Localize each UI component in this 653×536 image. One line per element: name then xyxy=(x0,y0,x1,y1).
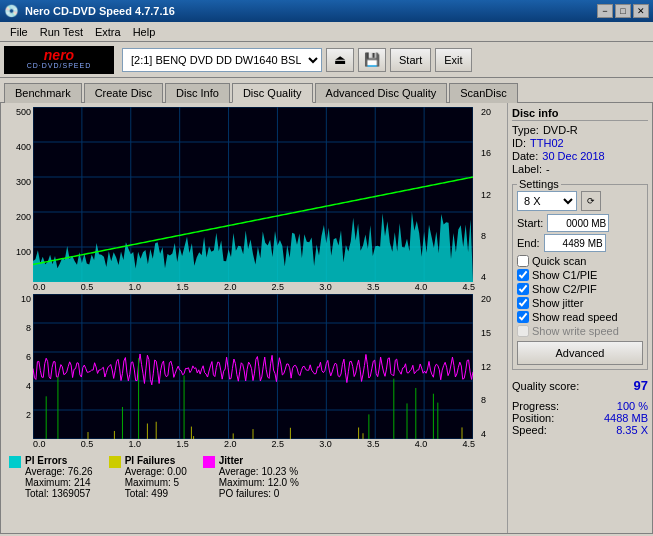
tab-disc-info[interactable]: Disc Info xyxy=(165,83,230,103)
show-read-speed-label: Show read speed xyxy=(532,311,618,323)
maximize-button[interactable]: □ xyxy=(615,4,631,18)
start-mb-row: Start: xyxy=(517,214,643,232)
show-jitter-checkbox[interactable] xyxy=(517,297,529,309)
tab-scandisc[interactable]: ScanDisc xyxy=(449,83,517,103)
exit-button[interactable]: Exit xyxy=(435,48,471,72)
minimize-button[interactable]: − xyxy=(597,4,613,18)
bottom-y-left-axis: 10 8 6 4 2 xyxy=(7,294,31,439)
menu-help[interactable]: Help xyxy=(127,24,162,40)
tab-advanced-disc-quality[interactable]: Advanced Disc Quality xyxy=(315,83,448,103)
progress-section: Progress: 100 % Position: 4488 MB Speed:… xyxy=(512,400,648,436)
quick-scan-row: Quick scan xyxy=(517,255,643,267)
save-icon-button[interactable]: 💾 xyxy=(358,48,386,72)
disc-date-value: 30 Dec 2018 xyxy=(542,150,604,162)
disc-type-row: Type: DVD-R xyxy=(512,124,648,136)
pi-errors-total-label: Total: xyxy=(25,488,49,499)
top-x-axis: 0.0 0.5 1.0 1.5 2.0 2.5 3.0 3.5 4.0 4.5 xyxy=(5,282,503,292)
eject-icon-button[interactable]: ⏏ xyxy=(326,48,354,72)
show-write-speed-checkbox[interactable] xyxy=(517,325,529,337)
tab-bar: Benchmark Create Disc Disc Info Disc Qua… xyxy=(0,78,653,102)
position-row: Position: 4488 MB xyxy=(512,412,648,424)
legend-pi-errors: PI Errors Average: 76.26 Maximum: 214 To… xyxy=(9,455,93,499)
disc-info-section: Disc info Type: DVD-R ID: TTH02 Date: 30… xyxy=(512,107,648,176)
settings-title: Settings xyxy=(517,178,561,190)
quality-score-value: 97 xyxy=(634,378,648,393)
menu-file[interactable]: File xyxy=(4,24,34,40)
speed-value: 8.35 X xyxy=(616,424,648,436)
window-controls: − □ ✕ xyxy=(597,4,649,18)
quality-score-label: Quality score: xyxy=(512,380,579,392)
advanced-button[interactable]: Advanced xyxy=(517,341,643,365)
show-write-speed-row: Show write speed xyxy=(517,325,643,337)
disc-date-row: Date: 30 Dec 2018 xyxy=(512,150,648,162)
speed-row-2: Speed: 8.35 X xyxy=(512,424,648,436)
show-read-speed-row: Show read speed xyxy=(517,311,643,323)
chart-legend: PI Errors Average: 76.26 Maximum: 214 To… xyxy=(5,453,503,501)
right-panel: Disc info Type: DVD-R ID: TTH02 Date: 30… xyxy=(507,103,652,533)
jitter-label: Jitter xyxy=(219,455,299,466)
end-mb-label: End: xyxy=(517,237,540,249)
start-button[interactable]: Start xyxy=(390,48,431,72)
position-value: 4488 MB xyxy=(604,412,648,424)
quality-score-row: Quality score: 97 xyxy=(512,378,648,393)
bottom-chart-canvas xyxy=(33,294,473,439)
progress-row: Progress: 100 % xyxy=(512,400,648,412)
show-c2pif-row: Show C2/PIF xyxy=(517,283,643,295)
settings-icon-btn[interactable]: ⟳ xyxy=(581,191,601,211)
tab-benchmark[interactable]: Benchmark xyxy=(4,83,82,103)
bottom-chart-wrapper: 10 8 6 4 2 20 15 12 8 4 xyxy=(33,294,479,439)
show-c2pif-checkbox[interactable] xyxy=(517,283,529,295)
disc-id-label: ID: xyxy=(512,137,526,149)
title-bar: 💿 Nero CD-DVD Speed 4.7.7.16 − □ ✕ xyxy=(0,0,653,22)
speed-label: Speed: xyxy=(512,424,547,436)
bottom-x-axis: 0.0 0.5 1.0 1.5 2.0 2.5 3.0 3.5 4.0 4.5 xyxy=(5,439,503,449)
disc-date-label: Date: xyxy=(512,150,538,162)
pi-failures-color xyxy=(109,456,121,468)
top-y-left-axis: 500 400 300 200 100 xyxy=(7,107,31,282)
drive-selector[interactable]: [2:1] BENQ DVD DD DW1640 BSLB xyxy=(122,48,322,72)
disc-label-value: - xyxy=(546,163,550,175)
show-read-speed-checkbox[interactable] xyxy=(517,311,529,323)
menu-extra[interactable]: Extra xyxy=(89,24,127,40)
pi-errors-label: PI Errors xyxy=(25,455,93,466)
position-label: Position: xyxy=(512,412,554,424)
disc-type-label: Type: xyxy=(512,124,539,136)
top-chart-wrapper: 500 400 300 200 100 20 16 12 8 4 xyxy=(33,107,479,282)
pi-errors-avg-label: Average: xyxy=(25,466,65,477)
menu-run-test[interactable]: Run Test xyxy=(34,24,89,40)
close-button[interactable]: ✕ xyxy=(633,4,649,18)
end-mb-input[interactable] xyxy=(544,234,606,252)
pi-errors-avg-value: 76.26 xyxy=(68,466,93,477)
app-title: Nero CD-DVD Speed 4.7.7.16 xyxy=(25,5,175,17)
progress-value: 100 % xyxy=(617,400,648,412)
menu-bar: File Run Test Extra Help xyxy=(0,22,653,42)
disc-id-value: TTH02 xyxy=(530,137,564,149)
disc-id-row: ID: TTH02 xyxy=(512,137,648,149)
show-write-speed-label: Show write speed xyxy=(532,325,619,337)
legend-jitter: Jitter Average: 10.23 % Maximum: 12.0 % … xyxy=(203,455,299,499)
settings-section: Settings 8 X ⟳ Start: End: Quick scan xyxy=(512,184,648,370)
show-c1pie-row: Show C1/PIE xyxy=(517,269,643,281)
show-jitter-label: Show jitter xyxy=(532,297,583,309)
pi-failures-label: PI Failures xyxy=(125,455,187,466)
quick-scan-label: Quick scan xyxy=(532,255,586,267)
speed-selector[interactable]: 8 X xyxy=(517,191,577,211)
chart-area: 500 400 300 200 100 20 16 12 8 4 0.0 0.5… xyxy=(1,103,507,533)
show-jitter-row: Show jitter xyxy=(517,297,643,309)
tab-disc-quality[interactable]: Disc Quality xyxy=(232,83,313,103)
jitter-color xyxy=(203,456,215,468)
quick-scan-checkbox[interactable] xyxy=(517,255,529,267)
start-mb-input[interactable] xyxy=(547,214,609,232)
tab-create-disc[interactable]: Create Disc xyxy=(84,83,163,103)
top-y-right-axis: 20 16 12 8 4 xyxy=(481,107,501,282)
pi-errors-max-value: 214 xyxy=(74,477,91,488)
disc-label-row: Label: - xyxy=(512,163,648,175)
pi-errors-color xyxy=(9,456,21,468)
toolbar: nero CD·DVD/SPEED [2:1] BENQ DVD DD DW16… xyxy=(0,42,653,78)
disc-info-title: Disc info xyxy=(512,107,648,121)
disc-type-value: DVD-R xyxy=(543,124,578,136)
show-c2pif-label: Show C2/PIF xyxy=(532,283,597,295)
top-chart-canvas xyxy=(33,107,473,282)
pi-errors-total-value: 1369057 xyxy=(52,488,91,499)
show-c1pie-checkbox[interactable] xyxy=(517,269,529,281)
